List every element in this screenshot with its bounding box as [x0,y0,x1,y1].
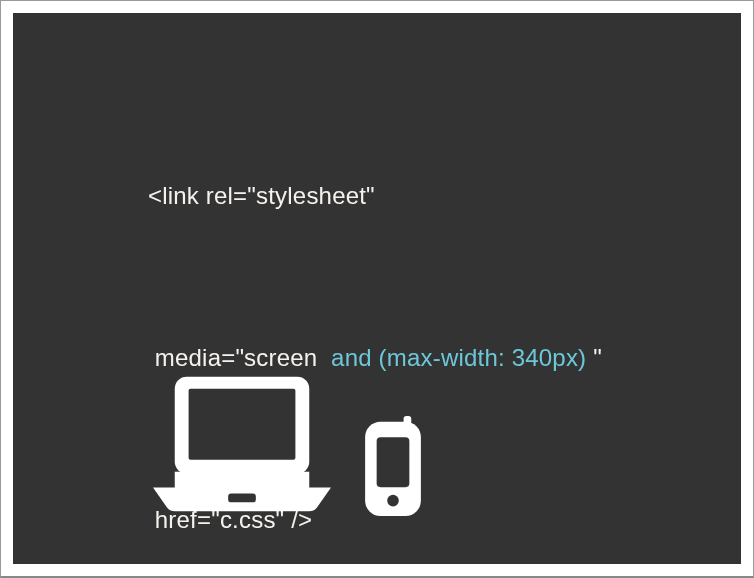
code-text: media="screen [148,344,317,371]
phone-icon [359,416,427,516]
svg-rect-6 [377,437,410,487]
svg-rect-2 [189,389,296,460]
laptop-icon [153,376,331,516]
code-text: " [593,344,602,371]
svg-rect-1 [175,472,309,490]
slide-body: <link rel="stylesheet" media="screen and… [13,13,741,564]
device-icons [153,376,427,516]
svg-rect-3 [228,493,256,502]
code-text: <link rel="stylesheet" [148,182,375,209]
slide-frame: <link rel="stylesheet" media="screen and… [0,0,754,578]
svg-point-7 [388,495,400,507]
code-highlight: and (max-width: 340px) [317,344,593,371]
